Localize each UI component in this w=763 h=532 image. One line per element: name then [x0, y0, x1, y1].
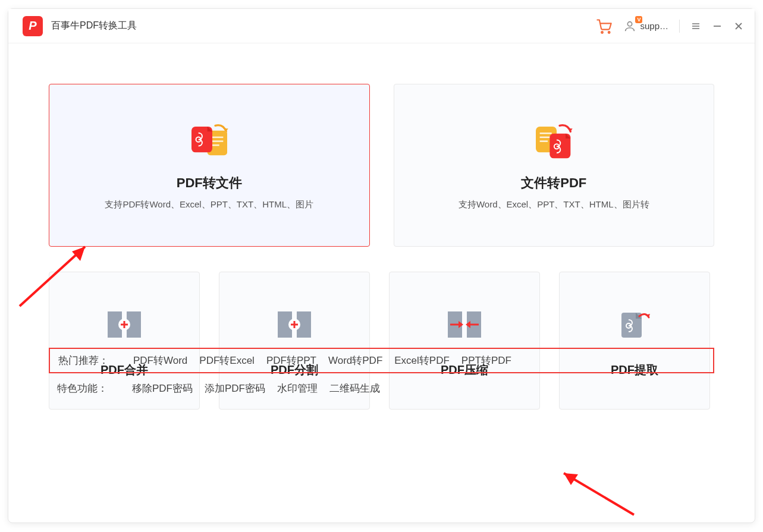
svg-rect-18 [540, 133, 552, 134]
user-name: supp… [640, 21, 668, 31]
feature-row: 特色功能： 移除PDF密码 添加PDF密码 水印管理 二维码生成 [49, 382, 714, 395]
feature-link[interactable]: 二维码生成 [329, 382, 380, 395]
app-logo-letter: P [29, 19, 36, 33]
feature-link[interactable]: 水印管理 [277, 382, 318, 395]
content-area: PDF转文件 支持PDF转Word、Excel、PPT、TXT、HTML、图片 [8, 43, 755, 410]
pdf-extract-icon [614, 304, 655, 345]
separator [679, 20, 680, 33]
file-to-pdf-icon [533, 121, 574, 162]
feature-link[interactable]: 移除PDF密码 [132, 382, 193, 395]
feature-links: 移除PDF密码 添加PDF密码 水印管理 二维码生成 [132, 382, 380, 395]
hot-recommend-box: 热门推荐： PDF转Word PDF转Excel PDF转PPT Word转PD… [49, 348, 714, 373]
svg-point-0 [602, 32, 604, 33]
app-title: 百事牛PDF转换工具 [51, 20, 137, 32]
hot-link[interactable]: PDF转Word [133, 354, 187, 367]
svg-rect-13 [211, 144, 219, 146]
svg-rect-20 [540, 140, 548, 142]
vip-badge: V [635, 16, 642, 23]
pdf-to-file-icon [189, 121, 230, 162]
titlebar: P 百事牛PDF转换工具 V supp… [8, 9, 755, 43]
card-file-to-pdf[interactable]: 文件转PDF 支持Word、Excel、PPT、TXT、HTML、图片转 [394, 84, 715, 247]
app-window: P 百事牛PDF转换工具 V supp… [8, 8, 755, 523]
titlebar-right: V supp… [596, 18, 744, 34]
hot-link[interactable]: PDF转Excel [199, 354, 255, 367]
minimize-icon[interactable] [712, 21, 723, 32]
user-chip[interactable]: V supp… [623, 20, 668, 33]
main-card-row: PDF转文件 支持PDF转Word、Excel、PPT、TXT、HTML、图片 [49, 84, 714, 247]
card-subtitle: 支持PDF转Word、Excel、PPT、TXT、HTML、图片 [105, 199, 313, 210]
cart-icon[interactable] [596, 18, 613, 34]
svg-point-1 [608, 32, 610, 33]
card-subtitle: 支持Word、Excel、PPT、TXT、HTML、图片转 [459, 199, 649, 210]
close-icon[interactable] [733, 21, 744, 32]
hot-links: PDF转Word PDF转Excel PDF转PPT Word转PDF Exce… [133, 354, 511, 367]
card-title: 文件转PDF [521, 174, 586, 192]
app-logo: P [23, 16, 43, 36]
svg-rect-11 [211, 136, 223, 138]
feature-link[interactable]: 添加PDF密码 [205, 382, 265, 395]
hot-link[interactable]: Word转PDF [328, 354, 382, 367]
pdf-merge-icon [103, 304, 145, 345]
hot-label: 热门推荐： [58, 354, 118, 367]
hot-link[interactable]: Excel转PDF [394, 354, 450, 367]
card-title: PDF转文件 [177, 174, 242, 192]
svg-point-2 [628, 21, 632, 26]
hamburger-menu-icon[interactable] [690, 21, 701, 32]
pdf-split-icon [274, 304, 315, 345]
footer-section: 热门推荐： PDF转Word PDF转Excel PDF转PPT Word转PD… [49, 348, 714, 395]
hot-link[interactable]: PDF转PPT [266, 354, 316, 367]
card-pdf-to-file[interactable]: PDF转文件 支持PDF转Word、Excel、PPT、TXT、HTML、图片 [49, 84, 370, 247]
window-controls [690, 21, 744, 32]
feature-label: 特色功能： [57, 382, 117, 395]
svg-rect-12 [211, 140, 223, 142]
user-avatar-icon: V [623, 20, 636, 33]
pdf-compress-icon [444, 304, 485, 345]
hot-link[interactable]: PPT转PDF [461, 354, 511, 367]
